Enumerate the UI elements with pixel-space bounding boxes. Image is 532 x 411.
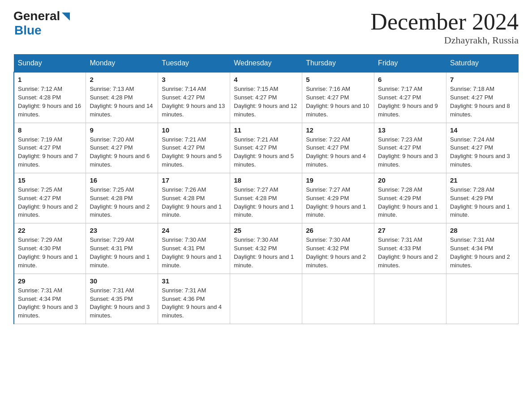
- day-sun-info: Sunrise: 7:24 AMSunset: 4:27 PMDaylight:…: [450, 136, 515, 169]
- day-number: 2: [90, 76, 154, 83]
- page-header: General Blue December 2024 Dzhayrakh, Ru…: [13, 9, 519, 46]
- day-sun-info: Sunrise: 7:23 AMSunset: 4:27 PMDaylight:…: [378, 136, 442, 169]
- calendar-cell: 14Sunrise: 7:24 AMSunset: 4:27 PMDayligh…: [446, 123, 519, 173]
- calendar-cell: 8Sunrise: 7:19 AMSunset: 4:27 PMDaylight…: [14, 123, 86, 173]
- day-number: 14: [450, 126, 515, 134]
- day-number: 19: [306, 176, 370, 184]
- calendar-title-area: December 2024 Dzhayrakh, Russia: [370, 9, 519, 46]
- day-sun-info: Sunrise: 7:14 AMSunset: 4:27 PMDaylight:…: [162, 85, 226, 119]
- day-number: 9: [90, 126, 154, 134]
- calendar-week-row: 8Sunrise: 7:19 AMSunset: 4:27 PMDaylight…: [14, 123, 519, 173]
- header-tuesday: Tuesday: [158, 55, 230, 73]
- svg-marker-0: [62, 13, 70, 21]
- calendar-cell: 9Sunrise: 7:20 AMSunset: 4:27 PMDaylight…: [86, 123, 158, 173]
- header-thursday: Thursday: [302, 55, 374, 73]
- day-number: 27: [378, 227, 442, 234]
- calendar-cell: 31Sunrise: 7:31 AMSunset: 4:36 PMDayligh…: [158, 274, 230, 324]
- day-sun-info: Sunrise: 7:13 AMSunset: 4:28 PMDaylight:…: [90, 85, 154, 119]
- calendar-cell: 26Sunrise: 7:30 AMSunset: 4:32 PMDayligh…: [302, 223, 374, 274]
- calendar-cell: 7Sunrise: 7:18 AMSunset: 4:27 PMDaylight…: [446, 72, 519, 123]
- calendar-table: Sunday Monday Tuesday Wednesday Thursday…: [13, 54, 519, 324]
- day-number: 13: [378, 126, 442, 134]
- day-sun-info: Sunrise: 7:30 AMSunset: 4:32 PMDaylight:…: [234, 236, 298, 270]
- header-wednesday: Wednesday: [230, 55, 302, 73]
- header-sunday: Sunday: [14, 55, 86, 73]
- day-number: 18: [234, 176, 298, 184]
- day-number: 16: [90, 176, 154, 184]
- day-sun-info: Sunrise: 7:28 AMSunset: 4:29 PMDaylight:…: [378, 186, 442, 219]
- calendar-cell: 17Sunrise: 7:26 AMSunset: 4:28 PMDayligh…: [158, 173, 230, 223]
- calendar-cell: 20Sunrise: 7:28 AMSunset: 4:29 PMDayligh…: [374, 173, 446, 223]
- day-sun-info: Sunrise: 7:27 AMSunset: 4:29 PMDaylight:…: [306, 186, 370, 219]
- day-header-row: Sunday Monday Tuesday Wednesday Thursday…: [14, 55, 519, 73]
- day-number: 10: [162, 126, 226, 134]
- calendar-cell: 11Sunrise: 7:21 AMSunset: 4:27 PMDayligh…: [230, 123, 302, 173]
- calendar-cell: 24Sunrise: 7:30 AMSunset: 4:31 PMDayligh…: [158, 223, 230, 274]
- calendar-cell: 30Sunrise: 7:31 AMSunset: 4:35 PMDayligh…: [86, 274, 158, 324]
- day-sun-info: Sunrise: 7:18 AMSunset: 4:27 PMDaylight:…: [450, 85, 515, 119]
- calendar-cell: 1Sunrise: 7:12 AMSunset: 4:28 PMDaylight…: [14, 72, 86, 123]
- day-number: 29: [18, 277, 82, 285]
- day-sun-info: Sunrise: 7:20 AMSunset: 4:27 PMDaylight:…: [90, 136, 154, 169]
- calendar-cell: 29Sunrise: 7:31 AMSunset: 4:34 PMDayligh…: [14, 274, 86, 324]
- day-sun-info: Sunrise: 7:28 AMSunset: 4:29 PMDaylight:…: [450, 186, 515, 219]
- day-number: 12: [306, 126, 370, 134]
- calendar-week-row: 29Sunrise: 7:31 AMSunset: 4:34 PMDayligh…: [14, 274, 519, 324]
- day-number: 22: [18, 227, 82, 234]
- calendar-cell: 18Sunrise: 7:27 AMSunset: 4:28 PMDayligh…: [230, 173, 302, 223]
- calendar-cell: 25Sunrise: 7:30 AMSunset: 4:32 PMDayligh…: [230, 223, 302, 274]
- header-friday: Friday: [374, 55, 446, 73]
- day-number: 20: [378, 176, 442, 184]
- day-number: 15: [18, 176, 82, 184]
- day-sun-info: Sunrise: 7:31 AMSunset: 4:34 PMDaylight:…: [450, 236, 515, 270]
- calendar-cell: 2Sunrise: 7:13 AMSunset: 4:28 PMDaylight…: [86, 72, 158, 123]
- day-sun-info: Sunrise: 7:31 AMSunset: 4:34 PMDaylight:…: [18, 287, 82, 320]
- day-sun-info: Sunrise: 7:15 AMSunset: 4:27 PMDaylight:…: [234, 85, 298, 119]
- calendar-cell: 15Sunrise: 7:25 AMSunset: 4:27 PMDayligh…: [14, 173, 86, 223]
- day-sun-info: Sunrise: 7:26 AMSunset: 4:28 PMDaylight:…: [162, 186, 226, 219]
- header-monday: Monday: [86, 55, 158, 73]
- day-number: 7: [450, 76, 515, 83]
- day-sun-info: Sunrise: 7:27 AMSunset: 4:28 PMDaylight:…: [234, 186, 298, 219]
- calendar-cell: 5Sunrise: 7:16 AMSunset: 4:27 PMDaylight…: [302, 72, 374, 123]
- day-number: 8: [18, 126, 82, 134]
- calendar-body: 1Sunrise: 7:12 AMSunset: 4:28 PMDaylight…: [14, 72, 519, 324]
- day-number: 26: [306, 227, 370, 234]
- calendar-cell: 12Sunrise: 7:22 AMSunset: 4:27 PMDayligh…: [302, 123, 374, 173]
- day-sun-info: Sunrise: 7:19 AMSunset: 4:27 PMDaylight:…: [18, 136, 82, 169]
- calendar-header: Sunday Monday Tuesday Wednesday Thursday…: [14, 55, 519, 73]
- header-saturday: Saturday: [446, 55, 519, 73]
- calendar-cell: 22Sunrise: 7:29 AMSunset: 4:30 PMDayligh…: [14, 223, 86, 274]
- day-sun-info: Sunrise: 7:25 AMSunset: 4:27 PMDaylight:…: [18, 186, 82, 219]
- day-sun-info: Sunrise: 7:22 AMSunset: 4:27 PMDaylight:…: [306, 136, 370, 169]
- day-sun-info: Sunrise: 7:30 AMSunset: 4:31 PMDaylight:…: [162, 236, 226, 270]
- day-sun-info: Sunrise: 7:31 AMSunset: 4:33 PMDaylight:…: [378, 236, 442, 270]
- day-sun-info: Sunrise: 7:31 AMSunset: 4:36 PMDaylight:…: [162, 287, 226, 320]
- day-number: 11: [234, 126, 298, 134]
- logo: General Blue: [13, 9, 71, 38]
- calendar-cell: [374, 274, 446, 324]
- day-sun-info: Sunrise: 7:29 AMSunset: 4:31 PMDaylight:…: [90, 236, 154, 270]
- calendar-cell: 4Sunrise: 7:15 AMSunset: 4:27 PMDaylight…: [230, 72, 302, 123]
- calendar-cell: [302, 274, 374, 324]
- calendar-week-row: 22Sunrise: 7:29 AMSunset: 4:30 PMDayligh…: [14, 223, 519, 274]
- day-sun-info: Sunrise: 7:16 AMSunset: 4:27 PMDaylight:…: [306, 85, 370, 119]
- calendar-cell: 6Sunrise: 7:17 AMSunset: 4:27 PMDaylight…: [374, 72, 446, 123]
- day-number: 25: [234, 227, 298, 234]
- day-number: 3: [162, 76, 226, 83]
- calendar-cell: 19Sunrise: 7:27 AMSunset: 4:29 PMDayligh…: [302, 173, 374, 223]
- day-number: 1: [18, 76, 82, 83]
- calendar-cell: 23Sunrise: 7:29 AMSunset: 4:31 PMDayligh…: [86, 223, 158, 274]
- day-sun-info: Sunrise: 7:29 AMSunset: 4:30 PMDaylight:…: [18, 236, 82, 270]
- day-sun-info: Sunrise: 7:21 AMSunset: 4:27 PMDaylight:…: [234, 136, 298, 169]
- calendar-cell: 16Sunrise: 7:25 AMSunset: 4:28 PMDayligh…: [86, 173, 158, 223]
- logo-triangle-icon: [60, 11, 71, 21]
- calendar-cell: 10Sunrise: 7:21 AMSunset: 4:27 PMDayligh…: [158, 123, 230, 173]
- day-number: 21: [450, 176, 515, 184]
- day-sun-info: Sunrise: 7:17 AMSunset: 4:27 PMDaylight:…: [378, 85, 442, 119]
- calendar-cell: 28Sunrise: 7:31 AMSunset: 4:34 PMDayligh…: [446, 223, 519, 274]
- calendar-cell: 21Sunrise: 7:28 AMSunset: 4:29 PMDayligh…: [446, 173, 519, 223]
- day-number: 6: [378, 76, 442, 83]
- day-number: 30: [90, 277, 154, 285]
- day-number: 17: [162, 176, 226, 184]
